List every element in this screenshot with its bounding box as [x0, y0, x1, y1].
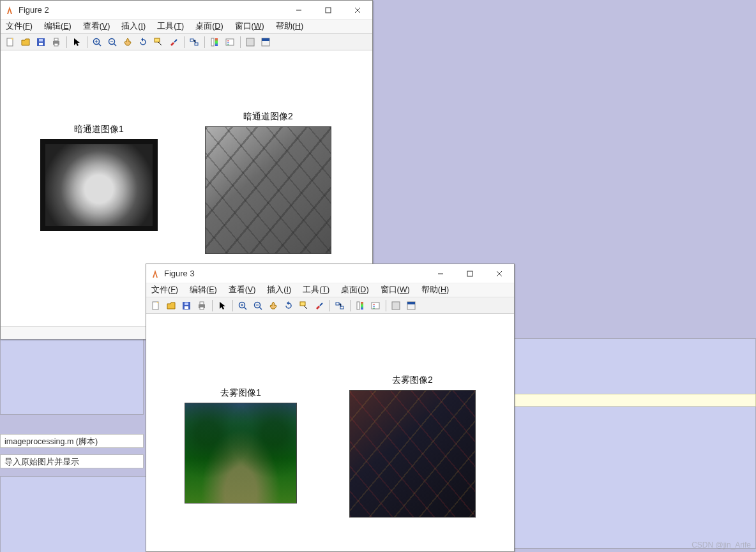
- toolbar: [146, 297, 514, 314]
- svg-rect-53: [372, 302, 379, 309]
- svg-rect-52: [361, 302, 363, 310]
- svg-rect-41: [185, 306, 188, 309]
- svg-rect-26: [54, 43, 58, 46]
- data-cursor-icon[interactable]: [151, 35, 165, 49]
- svg-rect-25: [54, 38, 58, 41]
- link-icon[interactable]: [187, 35, 201, 49]
- menu-item[interactable]: 编辑(E): [187, 283, 220, 297]
- script-tab[interactable]: imageprocessing.m (脚本): [0, 434, 144, 448]
- dock-icon[interactable]: [404, 299, 418, 313]
- menu-item[interactable]: 桌面(D): [193, 20, 225, 33]
- menu-item[interactable]: 帮助(H): [273, 20, 306, 33]
- colorbar-icon[interactable]: [208, 35, 222, 49]
- new-file-icon[interactable]: [149, 299, 163, 313]
- legend-icon[interactable]: [368, 299, 382, 313]
- window-title: Figure 3: [164, 269, 195, 278]
- image-dehazed-highway[interactable]: [349, 390, 476, 518]
- brush-icon[interactable]: [167, 35, 181, 49]
- svg-rect-51: [357, 302, 359, 310]
- minimize-button[interactable]: [284, 1, 314, 20]
- bg-panel: [0, 338, 144, 415]
- subplot-2: 去雾图像2: [349, 375, 476, 519]
- svg-rect-54: [392, 302, 400, 310]
- new-file-icon[interactable]: [3, 35, 17, 49]
- close-button[interactable]: [485, 264, 514, 283]
- zoom-out-icon[interactable]: [251, 299, 265, 313]
- toolbar-separator: [182, 35, 186, 49]
- legend-icon[interactable]: [223, 35, 237, 49]
- svg-rect-56: [407, 302, 415, 304]
- image-title: 去雾图像1: [185, 387, 297, 399]
- svg-rect-20: [7, 38, 13, 46]
- maximize-button[interactable]: [314, 1, 343, 20]
- save-icon[interactable]: [179, 299, 193, 313]
- maximize-button[interactable]: [455, 264, 485, 283]
- save-icon[interactable]: [34, 35, 48, 49]
- data-cursor-icon[interactable]: [297, 299, 311, 313]
- image-darkchannel-highway[interactable]: [205, 126, 331, 254]
- zoom-out-icon[interactable]: [105, 35, 119, 49]
- print-icon[interactable]: [49, 35, 63, 49]
- svg-rect-33: [215, 38, 218, 46]
- bg-panel: [513, 338, 756, 549]
- svg-rect-35: [246, 38, 254, 46]
- open-icon[interactable]: [19, 35, 33, 49]
- titlebar[interactable]: Figure 2: [1, 1, 372, 20]
- pointer-icon[interactable]: [215, 299, 229, 313]
- subplot-1: 去雾图像1: [185, 387, 297, 505]
- menu-item[interactable]: 查看(V): [80, 20, 113, 33]
- rotate-icon[interactable]: [136, 35, 150, 49]
- minimize-button[interactable]: [426, 264, 455, 283]
- toolbar-separator: [348, 299, 352, 313]
- script-section[interactable]: 导入原始图片并显示: [0, 454, 144, 468]
- open-icon[interactable]: [164, 299, 178, 313]
- svg-rect-30: [190, 39, 193, 41]
- menu-item[interactable]: 窗口(W): [232, 20, 267, 33]
- toolbar-separator: [64, 35, 68, 49]
- brush-icon[interactable]: [312, 299, 326, 313]
- figure-window-3[interactable]: Figure 3 文件(F)编辑(E)查看(V)插入(I)工具(T)桌面(D)窗…: [146, 264, 515, 552]
- svg-rect-34: [226, 39, 234, 45]
- image-darkchannel-forest[interactable]: [40, 139, 158, 231]
- dock-icon[interactable]: [259, 35, 273, 49]
- menu-item[interactable]: 工具(T): [155, 20, 186, 33]
- menu-item[interactable]: 帮助(H): [419, 283, 451, 297]
- close-button[interactable]: [343, 1, 372, 20]
- svg-rect-49: [336, 302, 339, 305]
- hide-icon[interactable]: [389, 299, 403, 313]
- zoom-in-icon[interactable]: [90, 35, 104, 49]
- axes-area: 去雾图像1 去雾图像2: [146, 314, 514, 551]
- svg-rect-23: [39, 39, 43, 41]
- pan-icon[interactable]: [121, 35, 135, 49]
- menu-item[interactable]: 窗口(W): [378, 283, 412, 297]
- menu-item[interactable]: 插入(I): [264, 283, 294, 297]
- menu-item[interactable]: 桌面(D): [338, 283, 371, 297]
- menu-item[interactable]: 文件(F): [3, 20, 35, 33]
- window-title: Figure 2: [19, 5, 49, 15]
- menu-item[interactable]: 工具(T): [300, 283, 332, 297]
- subplot-1: 暗通道图像1: [40, 124, 158, 233]
- svg-rect-22: [39, 43, 43, 45]
- toolbar-separator: [328, 299, 331, 313]
- image-dehazed-forest[interactable]: [185, 403, 297, 504]
- menu-item[interactable]: 查看(V): [226, 283, 259, 297]
- titlebar[interactable]: Figure 3: [146, 264, 514, 283]
- svg-rect-29: [155, 38, 160, 42]
- rotate-icon[interactable]: [282, 299, 296, 313]
- menu-item[interactable]: 编辑(E): [42, 20, 74, 33]
- print-icon[interactable]: [195, 299, 209, 313]
- toolbar-separator: [210, 299, 214, 313]
- colorbar-icon[interactable]: [353, 299, 367, 313]
- pointer-icon[interactable]: [70, 35, 84, 49]
- svg-rect-42: [185, 302, 188, 305]
- menu-item[interactable]: 插入(I): [119, 20, 148, 33]
- pan-icon[interactable]: [266, 299, 280, 313]
- image-title: 暗通道图像1: [40, 124, 158, 135]
- hide-icon[interactable]: [243, 35, 257, 49]
- svg-rect-39: [153, 302, 158, 310]
- menubar: 文件(F)编辑(E)查看(V)插入(I)工具(T)桌面(D)窗口(W)帮助(H): [1, 20, 372, 34]
- link-icon[interactable]: [333, 299, 347, 313]
- menu-item[interactable]: 文件(F): [149, 283, 181, 297]
- zoom-in-icon[interactable]: [236, 299, 250, 313]
- toolbar-separator: [384, 299, 388, 313]
